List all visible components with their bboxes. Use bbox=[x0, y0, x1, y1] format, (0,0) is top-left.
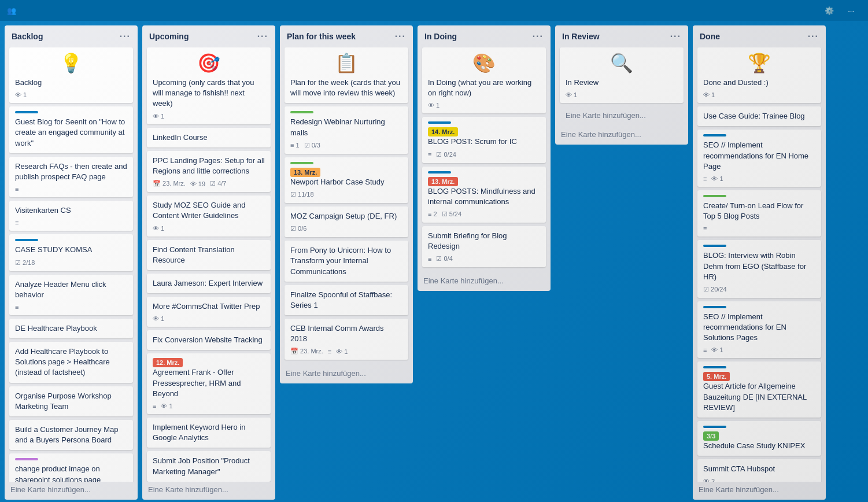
card-dn8[interactable]: Summit CTA Hubspot👁 2 bbox=[697, 459, 821, 482]
card-meta-b5: ≡ bbox=[15, 304, 127, 311]
card-title-d3: Submit Briefing for Blog Redesign bbox=[428, 231, 540, 252]
card-meta-item: ≡ bbox=[328, 348, 331, 355]
column-cards-plan: 📋Plan for the week (cards that you will … bbox=[280, 45, 413, 366]
card-meta-item: ≡ bbox=[15, 219, 19, 226]
card-meta-item: 📅 23. Mrz. bbox=[153, 180, 186, 187]
card-meta-item: ≡ bbox=[428, 256, 431, 263]
card-title-b1: Guest Blog for Seenit on "How to create … bbox=[15, 117, 127, 149]
card-dn4[interactable]: BLOG: Interview with Robin Dehm from EGO… bbox=[697, 240, 821, 298]
column-menu-backlog[interactable]: ··· bbox=[120, 31, 131, 42]
card-u1[interactable]: LinkedIn Course bbox=[147, 128, 271, 147]
card-title-dn6: Guest Article for Allgemeine Bauzeitung … bbox=[703, 381, 815, 413]
card-p0[interactable]: 📋Plan for the week (cards that you will … bbox=[285, 47, 408, 103]
card-u4[interactable]: Find Content Translation Resource bbox=[147, 240, 271, 270]
card-meta-p3: ☑ 0/6 bbox=[290, 225, 402, 232]
card-b2[interactable]: Research FAQs - then create and publish … bbox=[9, 157, 133, 197]
card-meta-r0: 👁 1 bbox=[566, 91, 678, 98]
card-d2[interactable]: 13. Mrz.BLOG POSTS: Mindfulness and inte… bbox=[422, 167, 546, 223]
card-title-p5: Finalize Spoonful of Staffbase: Series 1 bbox=[290, 290, 402, 311]
card-b5[interactable]: Analyze Header Menu click behavior≡ bbox=[9, 275, 133, 315]
card-title-u9: Implement Keyword Hero in Google Analyti… bbox=[153, 422, 265, 443]
card-meta-dn3: ≡ bbox=[703, 225, 815, 232]
card-b8[interactable]: Organise Purpose Workshop Marketing Team bbox=[9, 386, 133, 416]
add-card-inreview[interactable]: Eine Karte hinzufügen... bbox=[555, 127, 688, 145]
card-p3[interactable]: MOZ Campaign Setup (DE, FR)☑ 0/6 bbox=[285, 206, 408, 237]
card-meta-item: 👁 1 bbox=[15, 91, 27, 98]
card-u3[interactable]: Study MOZ SEO Guide and Content Writer G… bbox=[147, 195, 271, 236]
card-b6[interactable]: DE Healthcare Playbook bbox=[9, 319, 133, 338]
card-meta-b0: 👁 1 bbox=[15, 91, 127, 98]
card-dn2[interactable]: SEO // Implement recommendations for EN … bbox=[697, 130, 821, 187]
card-dn1[interactable]: Use Case Guide: Trainee Blog bbox=[697, 106, 821, 126]
card-b4[interactable]: CASE STUDY KOMSA☑ 2/18 bbox=[9, 234, 133, 271]
card-badge-dn7: 3/3 bbox=[703, 431, 719, 441]
card-meta-item: ☑ 4/7 bbox=[210, 180, 226, 187]
card-u0[interactable]: 🎯Upcoming (only cards that you will mana… bbox=[147, 47, 271, 124]
card-u5[interactable]: Laura Jameson: Expert Interview bbox=[147, 274, 271, 293]
card-dn3[interactable]: Create/ Turn-on Lead Flow for Top 5 Blog… bbox=[697, 190, 821, 237]
card-p1[interactable]: Redesign Webinar Nurturing mails≡ 1☑ 0/3 bbox=[285, 106, 408, 153]
column-menu-upcoming[interactable]: ··· bbox=[257, 31, 268, 42]
card-b10[interactable]: change product image on sharepoint solut… bbox=[9, 453, 133, 482]
card-label-b10 bbox=[15, 458, 38, 460]
card-u7[interactable]: Fix Conversion Website Tracking bbox=[147, 330, 271, 350]
column-cards-done: 🏆Done and Dusted :)👁 1Use Case Guide: Tr… bbox=[693, 45, 826, 482]
card-meta-item: ☑ 0/24 bbox=[436, 151, 456, 158]
card-b0[interactable]: 💡Backlog👁 1 bbox=[9, 47, 133, 103]
card-u2[interactable]: PPC Landing Pages: Setup for all Regions… bbox=[147, 151, 271, 192]
column-menu-plan[interactable]: ··· bbox=[395, 31, 406, 42]
card-meta-d0: 👁 1 bbox=[428, 102, 540, 109]
card-u9[interactable]: Implement Keyword Hero in Google Analyti… bbox=[147, 418, 271, 448]
card-b1[interactable]: Guest Blog for Seenit on "How to create … bbox=[9, 106, 133, 153]
card-title-b7: Add Healthcare Playbook to Solutions pag… bbox=[15, 346, 127, 378]
card-meta-item: 👁 1 bbox=[703, 91, 715, 98]
card-meta-item: ☑ 5/24 bbox=[442, 211, 461, 218]
card-meta-item: ≡ bbox=[428, 151, 431, 158]
card-dn7[interactable]: 3/3Schedule Case Study KNIPEX bbox=[697, 421, 821, 456]
top-bar-right: ⚙️ ··· bbox=[825, 6, 861, 15]
card-d1[interactable]: 14. Mrz.BLOG POST: Scrum for IC≡☑ 0/24 bbox=[422, 117, 546, 163]
card-b7[interactable]: Add Healthcare Playbook to Solutions pag… bbox=[9, 342, 133, 383]
column-menu-inreview[interactable]: ··· bbox=[670, 31, 681, 42]
dots-menu: ··· bbox=[848, 6, 854, 15]
card-p5[interactable]: Finalize Spoonful of Staffbase: Series 1 bbox=[285, 285, 408, 315]
column-header-inreview: In Review··· bbox=[555, 25, 688, 45]
card-d0[interactable]: 🎨In Doing (what you are working on right… bbox=[422, 47, 546, 113]
card-title-b2: Research FAQs - then create and publish … bbox=[15, 161, 127, 182]
card-title-dn8: Summit CTA Hubspot bbox=[703, 464, 815, 474]
card-meta-b4: ☑ 2/18 bbox=[15, 259, 127, 267]
card-u10[interactable]: Submit Job Position "Product Marketing M… bbox=[147, 451, 271, 481]
card-meta-item: ☑ 0/3 bbox=[304, 142, 320, 149]
card-d3[interactable]: Submit Briefing for Blog Redesign≡☑ 0/4 bbox=[422, 226, 546, 267]
add-card-indoing[interactable]: Eine Karte hinzufügen... bbox=[418, 273, 551, 291]
card-u6[interactable]: More #CommsChat Twitter Prep👁 1 bbox=[147, 297, 271, 327]
card-meta-item: 👁 2 bbox=[703, 478, 715, 482]
card-b9[interactable]: Build a Customer Journey Map and a Buyer… bbox=[9, 420, 133, 450]
card-meta-dn8: 👁 2 bbox=[703, 478, 815, 482]
card-p6[interactable]: CEB Internal Comm Awards 2018📅 23. Mrz.≡… bbox=[285, 319, 408, 360]
card-title-u7: Fix Conversion Website Tracking bbox=[153, 335, 265, 345]
add-card-backlog[interactable]: Eine Karte hinzufügen... bbox=[5, 482, 138, 500]
card-dn5[interactable]: SEO // Implement recommendations for EN … bbox=[697, 301, 821, 359]
card-dn0[interactable]: 🏆Done and Dusted :)👁 1 bbox=[697, 47, 821, 103]
add-card-done[interactable]: Eine Karte hinzufügen... bbox=[693, 482, 826, 500]
card-title-r0: In Review bbox=[566, 77, 678, 88]
card-meta-b2: ≡ bbox=[15, 186, 127, 193]
card-r0[interactable]: 🔍In Review👁 1 bbox=[560, 47, 684, 103]
card-meta-d2: ≡ 2☑ 5/24 bbox=[428, 211, 540, 218]
card-dn6[interactable]: 5. Mrz.Guest Article for Allgemeine Bauz… bbox=[697, 361, 821, 418]
add-card-plan[interactable]: Eine Karte hinzufügen... bbox=[280, 366, 413, 383]
top-bar: 👥 ⚙️ ··· bbox=[0, 0, 868, 21]
card-p2[interactable]: 13. Mrz.Newport Harbor Case Study☑ 11/18 bbox=[285, 157, 408, 203]
column-menu-done[interactable]: ··· bbox=[808, 31, 819, 42]
card-b3[interactable]: Visitenkarten CS≡ bbox=[9, 201, 133, 231]
column-header-upcoming: Upcoming··· bbox=[142, 25, 275, 45]
card-title-p1: Redesign Webinar Nurturing mails bbox=[290, 117, 402, 138]
column-menu-indoing[interactable]: ··· bbox=[533, 31, 544, 42]
card-p4[interactable]: From Pony to Unicorn: How to Transform y… bbox=[285, 241, 408, 282]
add-card-inreview[interactable]: Eine Karte hinzufügen... bbox=[560, 106, 684, 124]
card-meta-item: 👁 1 bbox=[566, 91, 577, 98]
add-card-upcoming[interactable]: Eine Karte hinzufügen... bbox=[142, 482, 275, 500]
column-cards-upcoming: 🎯Upcoming (only cards that you will mana… bbox=[142, 45, 275, 482]
card-u8[interactable]: 12. Mrz.Agreement Frank - Offer Pressesp… bbox=[147, 353, 271, 414]
